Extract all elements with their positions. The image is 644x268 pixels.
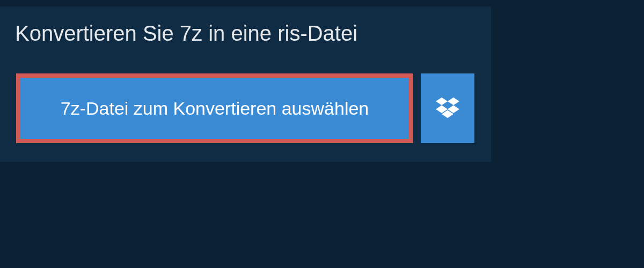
converter-panel: Konvertieren Sie 7z in eine ris-Datei 7z… <box>0 6 491 162</box>
upload-button-row: 7z-Datei zum Konvertieren auswählen <box>16 73 491 143</box>
page-title-text: Konvertieren Sie 7z in eine ris-Datei <box>15 21 357 45</box>
select-file-button[interactable]: 7z-Datei zum Konvertieren auswählen <box>16 73 413 143</box>
dropbox-icon <box>436 95 459 121</box>
page-title: Konvertieren Sie 7z in eine ris-Datei <box>0 6 386 58</box>
select-file-label: 7z-Datei zum Konvertieren auswählen <box>61 98 369 119</box>
dropbox-button[interactable] <box>421 73 474 143</box>
